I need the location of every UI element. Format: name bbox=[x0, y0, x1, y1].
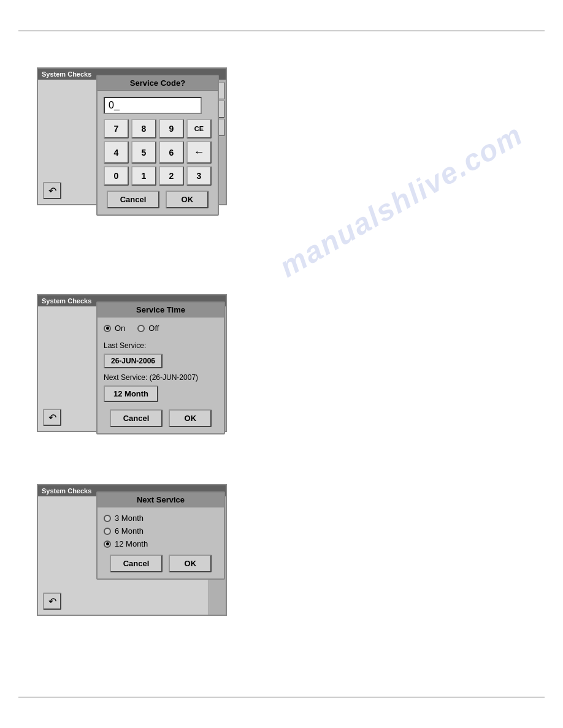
dialog3-wrapper: System Checks ↶ Next Service 3 Month bbox=[37, 484, 227, 616]
next-service-dialog: Next Service 3 Month 6 Month 12 Month bbox=[96, 491, 225, 580]
dialog1-wrapper: System Checks ↶ Service Code? 0_ 7 bbox=[37, 67, 227, 205]
key-7[interactable]: 7 bbox=[104, 119, 129, 138]
service-time-body: On Off Last Service: 26-JUN-2006 Next Se… bbox=[98, 317, 224, 433]
option-6month-circle[interactable] bbox=[104, 528, 111, 535]
dialog1-cancel-button[interactable]: Cancel bbox=[107, 191, 160, 208]
bottom-rule bbox=[18, 697, 545, 697]
back-arrow-2[interactable]: ↶ bbox=[43, 409, 61, 426]
option-3month-label: 3 Month bbox=[115, 514, 144, 523]
top-rule bbox=[18, 31, 545, 31]
dialog3-buttons: Cancel OK bbox=[104, 555, 218, 572]
option-12month-circle[interactable] bbox=[104, 540, 111, 548]
option-12month-row[interactable]: 12 Month bbox=[104, 539, 218, 548]
next-service-title: Next Service bbox=[98, 493, 224, 507]
service-code-dialog: Service Code? 0_ 7 8 9 CE 4 5 6 ← 0 bbox=[96, 75, 219, 216]
next-service-label: Next Service: (26-JUN-2007) bbox=[104, 373, 218, 382]
system-panel-1: System Checks ↶ Service Code? 0_ 7 bbox=[37, 67, 227, 205]
option-12month-label: 12 Month bbox=[115, 539, 148, 548]
system-panel-2: System Checks ↶ Service Time On bbox=[37, 294, 227, 432]
key-5[interactable]: 5 bbox=[131, 141, 156, 164]
interval-button[interactable]: 12 Month bbox=[104, 385, 158, 402]
system-panel-3: System Checks ↶ Next Service 3 Month bbox=[37, 484, 227, 616]
last-service-date[interactable]: 26-JUN-2006 bbox=[104, 354, 163, 368]
radio-on-row[interactable]: On bbox=[104, 324, 125, 333]
service-code-title: Service Code? bbox=[98, 76, 218, 91]
key-backspace[interactable]: ← bbox=[186, 141, 212, 164]
dialog1-buttons: Cancel OK bbox=[104, 191, 212, 208]
service-time-title: Service Time bbox=[98, 303, 224, 317]
key-ce[interactable]: CE bbox=[186, 119, 212, 138]
dialog1-ok-button[interactable]: OK bbox=[166, 191, 209, 208]
dialog3-ok-button[interactable]: OK bbox=[169, 555, 212, 572]
next-service-body: 3 Month 6 Month 12 Month Cancel bbox=[98, 507, 224, 578]
key-8[interactable]: 8 bbox=[131, 119, 156, 138]
radio-on-circle[interactable] bbox=[104, 325, 111, 332]
option-6month-label: 6 Month bbox=[115, 526, 144, 536]
key-1[interactable]: 1 bbox=[131, 166, 156, 186]
keypad-display[interactable]: 0_ bbox=[104, 97, 202, 114]
back-arrow-3[interactable]: ↶ bbox=[43, 593, 61, 610]
dialog3-cancel-button[interactable]: Cancel bbox=[110, 555, 163, 572]
option-3month-circle[interactable] bbox=[104, 515, 111, 522]
radio-on-label: On bbox=[115, 324, 125, 333]
key-6[interactable]: 6 bbox=[159, 141, 184, 164]
on-off-row: On Off bbox=[104, 324, 218, 336]
dialog2-ok-button[interactable]: OK bbox=[169, 409, 212, 427]
key-4[interactable]: 4 bbox=[104, 141, 129, 164]
key-2[interactable]: 2 bbox=[159, 166, 184, 186]
service-code-body: 0_ 7 8 9 CE 4 5 6 ← 0 1 2 3 bbox=[98, 91, 218, 214]
radio-off-row[interactable]: Off bbox=[137, 324, 159, 333]
key-3[interactable]: 3 bbox=[186, 166, 212, 186]
dialog2-cancel-button[interactable]: Cancel bbox=[110, 409, 163, 427]
radio-off-circle[interactable] bbox=[137, 325, 145, 332]
last-service-label: Last Service: bbox=[104, 341, 218, 350]
dialog2-wrapper: System Checks ↶ Service Time On bbox=[37, 294, 227, 432]
option-6month-row[interactable]: 6 Month bbox=[104, 526, 218, 536]
key-9[interactable]: 9 bbox=[159, 119, 184, 138]
service-time-dialog: Service Time On Off Last Service: 26-JUN bbox=[96, 301, 225, 434]
next-service-options: 3 Month 6 Month 12 Month bbox=[104, 514, 218, 548]
watermark: manualshlive.com bbox=[274, 118, 529, 284]
keypad-grid: 7 8 9 CE 4 5 6 ← 0 1 2 3 bbox=[104, 119, 212, 186]
dialog2-buttons: Cancel OK bbox=[104, 409, 218, 427]
radio-off-label: Off bbox=[148, 324, 159, 333]
back-arrow-1[interactable]: ↶ bbox=[43, 182, 61, 199]
option-3month-row[interactable]: 3 Month bbox=[104, 514, 218, 523]
key-0[interactable]: 0 bbox=[104, 166, 129, 186]
